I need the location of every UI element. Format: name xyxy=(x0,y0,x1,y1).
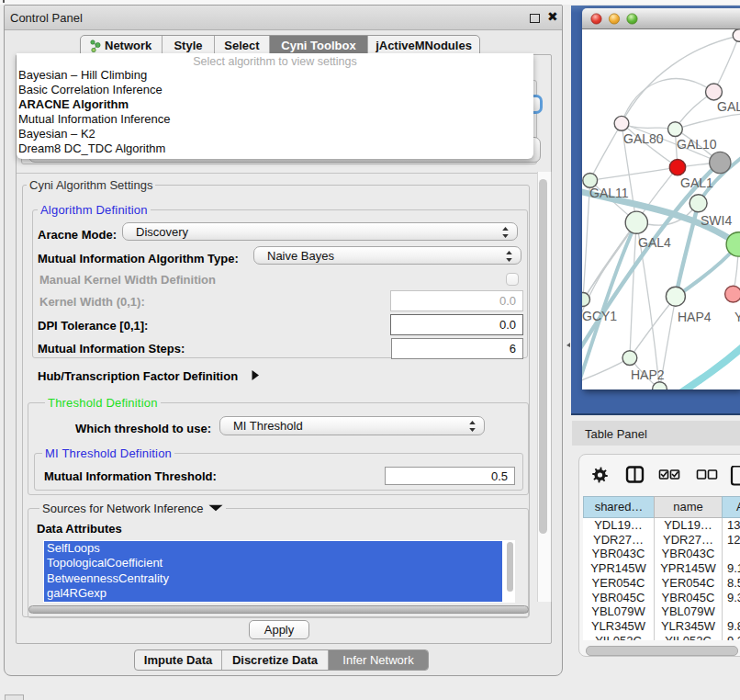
svg-text:GAL80: GAL80 xyxy=(623,131,664,146)
svg-text:YJ: YJ xyxy=(734,310,740,324)
svg-text:GAL1: GAL1 xyxy=(680,175,713,190)
svg-text:GCY1: GCY1 xyxy=(582,309,617,323)
svg-text:SWI4: SWI4 xyxy=(701,213,732,228)
svg-text:GAL4: GAL4 xyxy=(638,235,671,250)
svg-text:HAP4: HAP4 xyxy=(678,310,712,324)
svg-text:GAL7: GAL7 xyxy=(717,99,740,114)
svg-text:GAL11: GAL11 xyxy=(589,186,629,200)
svg-text:HAP2: HAP2 xyxy=(631,367,665,382)
svg-text:GAL10: GAL10 xyxy=(677,137,717,152)
